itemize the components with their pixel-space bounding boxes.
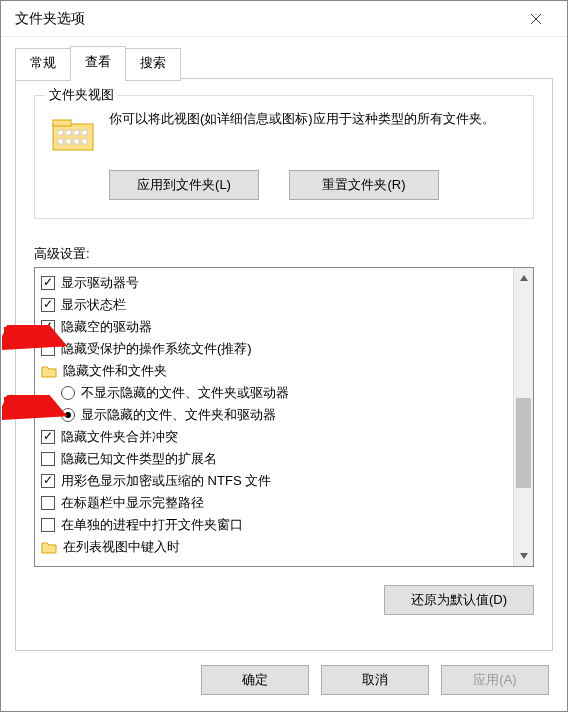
item-label: 在标题栏中显示完整路径 [61,494,204,512]
checkbox[interactable] [41,320,55,334]
reset-folders-button[interactable]: 重置文件夹(R) [289,170,439,200]
folder-icon [41,364,57,378]
checkbox[interactable] [41,496,55,510]
item-label: 显示隐藏的文件、文件夹和驱动器 [81,406,276,424]
advanced-settings-listbox: 显示驱动器号显示状态栏隐藏空的驱动器隐藏受保护的操作系统文件(推荐)隐藏文件和文… [34,267,534,567]
item-label: 隐藏文件夹合并冲突 [61,428,178,446]
view-tab-panel: 文件夹视图 你可以将此视图(如详细信息或图标)应用于这种类 [15,78,553,651]
advanced-item-6[interactable]: 显示隐藏的文件、文件夹和驱动器 [61,404,511,426]
scrollbar-down-arrow[interactable] [514,546,533,566]
advanced-item-11[interactable]: 在单独的进程中打开文件夹窗口 [41,514,511,536]
folder-view-icon [51,112,95,156]
advanced-item-0[interactable]: 显示驱动器号 [41,272,511,294]
svg-rect-5 [66,130,71,135]
item-label: 不显示隐藏的文件、文件夹或驱动器 [81,384,289,402]
checkbox[interactable] [41,452,55,466]
cancel-button[interactable]: 取消 [321,665,429,695]
tab-search[interactable]: 搜索 [125,48,181,81]
item-label: 在列表视图中键入时 [63,538,180,556]
item-label: 用彩色显示加密或压缩的 NTFS 文件 [61,472,271,490]
svg-rect-9 [66,139,71,144]
svg-rect-8 [58,139,63,144]
tab-view[interactable]: 查看 [70,46,126,79]
advanced-settings-items[interactable]: 显示驱动器号显示状态栏隐藏空的驱动器隐藏受保护的操作系统文件(推荐)隐藏文件和文… [35,268,513,566]
advanced-item-12: 在列表视图中键入时 [41,536,511,558]
checkbox[interactable] [41,298,55,312]
svg-rect-4 [58,130,63,135]
folder-view-desc: 你可以将此视图(如详细信息或图标)应用于这种类型的所有文件夹。 [109,110,517,129]
checkbox[interactable] [41,276,55,290]
checkbox[interactable] [41,518,55,532]
item-label: 显示状态栏 [61,296,126,314]
checkbox[interactable] [41,342,55,356]
scrollbar-up-arrow[interactable] [514,268,533,288]
ok-button[interactable]: 确定 [201,665,309,695]
advanced-item-10[interactable]: 在标题栏中显示完整路径 [41,492,511,514]
dialog-body: 常规 查看 搜索 [1,37,567,651]
restore-defaults-button[interactable]: 还原为默认值(D) [384,585,534,615]
folder-view-group: 文件夹视图 你可以将此视图(如详细信息或图标)应用于这种类 [34,95,534,219]
advanced-item-2[interactable]: 隐藏空的驱动器 [41,316,511,338]
advanced-item-4: 隐藏文件和文件夹 [41,360,511,382]
advanced-item-5[interactable]: 不显示隐藏的文件、文件夹或驱动器 [61,382,511,404]
svg-rect-11 [82,139,87,144]
advanced-settings-label: 高级设置: [34,245,534,263]
item-label: 在单独的进程中打开文件夹窗口 [61,516,243,534]
svg-rect-2 [53,124,93,150]
folder-view-legend: 文件夹视图 [45,86,118,104]
item-label: 隐藏空的驱动器 [61,318,152,336]
checkbox[interactable] [41,430,55,444]
checkbox[interactable] [41,474,55,488]
advanced-item-1[interactable]: 显示状态栏 [41,294,511,316]
scrollbar-thumb[interactable] [516,398,531,488]
advanced-item-9[interactable]: 用彩色显示加密或压缩的 NTFS 文件 [41,470,511,492]
svg-rect-10 [74,139,79,144]
item-label: 隐藏文件和文件夹 [63,362,167,380]
tab-strip: 常规 查看 搜索 [15,46,553,79]
radio[interactable] [61,408,75,422]
close-icon [530,13,542,25]
svg-rect-3 [53,120,71,126]
item-label: 显示驱动器号 [61,274,139,292]
window-title: 文件夹选项 [15,10,513,28]
close-button[interactable] [513,3,559,35]
advanced-item-7[interactable]: 隐藏文件夹合并冲突 [41,426,511,448]
apply-button[interactable]: 应用(A) [441,665,549,695]
titlebar: 文件夹选项 [1,1,567,37]
svg-rect-7 [82,130,87,135]
item-label: 隐藏已知文件类型的扩展名 [61,450,217,468]
folder-icon [41,540,57,554]
scrollbar[interactable] [513,268,533,566]
radio[interactable] [61,386,75,400]
item-label: 隐藏受保护的操作系统文件(推荐) [61,340,252,358]
tab-general[interactable]: 常规 [15,48,71,81]
dialog-button-row: 确定 取消 应用(A) [1,651,567,711]
apply-to-folders-button[interactable]: 应用到文件夹(L) [109,170,259,200]
advanced-item-3[interactable]: 隐藏受保护的操作系统文件(推荐) [41,338,511,360]
advanced-item-8[interactable]: 隐藏已知文件类型的扩展名 [41,448,511,470]
svg-rect-6 [74,130,79,135]
folder-options-dialog: 文件夹选项 常规 查看 搜索 [0,0,568,712]
